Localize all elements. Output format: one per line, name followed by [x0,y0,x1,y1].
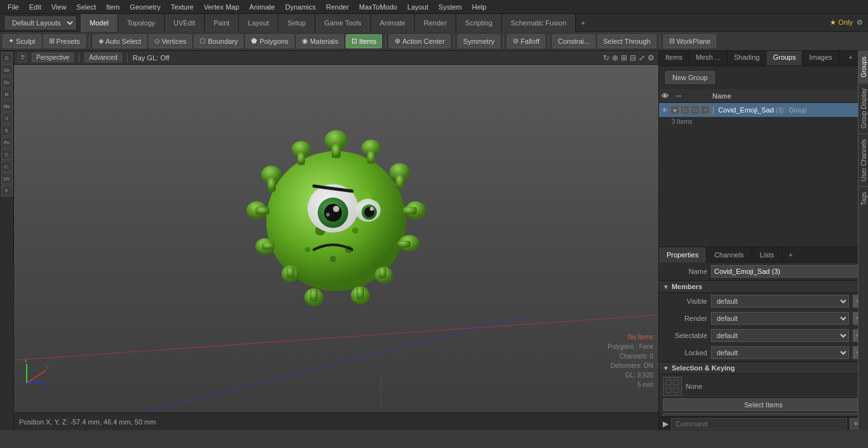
action-center-button[interactable]: ⊕ Action Center [389,34,451,48]
sidebar-tool-9[interactable]: C [1,149,13,160]
menu-texture[interactable]: Texture [166,2,199,12]
menu-edit[interactable]: Edit [24,2,46,12]
viewport-3d[interactable]: No Items Polygons : Face Channels: 0 Def… [14,65,658,412]
svg-point-3 [266,151,406,290]
vp-rotate-icon[interactable]: ↻ [603,53,609,62]
constraints-button[interactable]: Constrai... [552,34,595,48]
vp-fit-icon[interactable]: ⊟ [630,53,636,62]
layout-tab-scripting[interactable]: Scripting [456,14,502,32]
side-tab-groups[interactable]: Groups [858,51,868,83]
menu-file[interactable]: File [3,2,24,12]
sidebar-tool-10[interactable]: C. [1,161,13,172]
layout-tab-layout[interactable]: Layout [239,14,278,32]
sidebar-tool-1[interactable]: D [1,52,13,64]
menu-maxtomodo[interactable]: MaxToModo [354,2,402,12]
visible-select[interactable]: default [711,295,849,308]
panel-tab-images[interactable]: Images [803,51,839,65]
vp-expand-icon[interactable]: ⤢ [639,53,645,62]
panel-tab-groups[interactable]: Groups [766,51,803,65]
layout-tab-game-tools[interactable]: Game Tools [315,14,371,32]
sidebar-tool-12[interactable]: F [1,185,13,196]
menu-item[interactable]: Item [101,2,125,12]
menu-system[interactable]: System [433,2,467,12]
falloff-button[interactable]: ⊘ Falloff [507,34,545,48]
layout-tab-add[interactable]: + [576,17,590,29]
menu-help[interactable]: Help [467,2,492,12]
menu-render[interactable]: Render [321,2,354,12]
cmd-arrow[interactable]: ▶ [663,419,668,428]
work-plane-button[interactable]: ⊟ WorkPlane [663,34,717,48]
layout-tab-paint[interactable]: Paint [205,14,239,32]
menu-layout[interactable]: Layout [402,2,433,12]
name-input[interactable] [711,265,864,278]
perspective-btn[interactable]: Perspective [32,53,74,62]
scale-info: 5 mm [607,380,653,390]
vis-btn-2[interactable]: □ [681,105,689,114]
layout-tab-uvedit[interactable]: UVEdit [165,14,205,32]
presets-button[interactable]: ⊞ Presets [43,34,86,48]
layout-tab-topology[interactable]: Topology [118,14,165,32]
vp-icons: ↻ ⊕ ⊞ ⊟ ⤢ ⚙ [603,53,654,62]
render-select[interactable]: default [711,312,849,325]
layout-tab-animate[interactable]: Animate [371,14,415,32]
viewport-menu-btn[interactable]: ☰ [18,53,27,62]
auto-select-button[interactable]: ◈ Auto Select [93,34,147,48]
gear-icon[interactable]: ⚙ [857,18,863,27]
layout-tab-model[interactable]: Model [81,14,118,32]
vis-btn-4[interactable]: + [701,105,710,114]
sel-keying-section[interactable]: ▼ Selection & Keying [659,362,868,374]
menu-geometry[interactable]: Geometry [125,2,165,12]
side-tab-user-channels[interactable]: User Channels [858,133,868,186]
vp-pan-icon[interactable]: ⊕ [612,53,618,62]
select-through-button[interactable]: Select Through [597,34,656,48]
props-tab-properties[interactable]: Properties [659,247,707,262]
props-tab-lists[interactable]: Lists [752,247,783,262]
menu-animate[interactable]: Animate [244,2,280,12]
layout-tab-setup[interactable]: Setup [278,14,315,32]
sidebar-tool-6[interactable]: V [1,112,13,124]
layout-tab-schematic[interactable]: Schematic Fusion [502,14,576,32]
new-group-button[interactable]: New Group [665,71,715,84]
group-row[interactable]: 👁 ◈ □ □ + [ Covid_Emoji_Sad (3) : Group [659,103,868,117]
style-btn[interactable]: Advanced [85,53,121,62]
vis-btn-3[interactable]: □ [691,105,700,114]
command-input[interactable] [671,418,847,430]
panel-tab-mesh[interactable]: Mesh ... [689,51,728,65]
menu-dynamics[interactable]: Dynamics [280,2,321,12]
symmetry-button[interactable]: Symmetry [458,34,501,48]
sidebar-tool-2[interactable]: De [1,64,13,76]
members-section[interactable]: ▼ Members [659,280,868,293]
panel-tab-items[interactable]: Items [659,51,689,65]
menu-vertex-map[interactable]: Vertex Map [199,2,245,12]
menu-select[interactable]: Select [71,2,101,12]
items-button[interactable]: ⊡ Items [346,34,382,48]
panel-tab-add[interactable]: + [844,51,858,65]
selectable-select[interactable]: default [711,329,849,342]
locked-select[interactable]: default [711,346,849,359]
vis-btn-1[interactable]: ◈ [670,105,679,114]
side-tab-group-display[interactable]: Group Display [858,83,868,133]
sidebar-tool-7[interactable]: E [1,125,13,136]
props-tab-channels[interactable]: Channels [707,247,752,262]
panel-tab-shading[interactable]: Shading [728,51,766,65]
menu-view[interactable]: View [46,2,72,12]
vp-zoom-icon[interactable]: ⊞ [621,53,627,62]
render-row: Render default ▼ [659,310,868,327]
sculpt-button[interactable]: ✦ Sculpt [3,34,41,48]
vp-settings-icon[interactable]: ⚙ [648,53,654,62]
side-tab-tags[interactable]: Tags [858,186,868,210]
vertices-button[interactable]: ◇ Vertices [149,34,192,48]
materials-button[interactable]: ◉ Materials [296,34,344,48]
layout-selector[interactable]: Default Layouts [5,17,76,29]
sidebar-tool-11[interactable]: UV [1,173,13,184]
boundary-button[interactable]: ⬡ Boundary [194,34,243,48]
select-items-button[interactable]: Select Items [663,398,864,411]
layout-tab-render[interactable]: Render [415,14,456,32]
sidebar-tool-4[interactable]: M [1,88,13,100]
eye-toggle[interactable]: 👁 [661,107,668,114]
sidebar-tool-5[interactable]: Me [1,100,13,112]
sidebar-tool-3[interactable]: Du [1,76,13,88]
polygons-button[interactable]: ⬟ Polygons [245,34,294,48]
props-tab-add[interactable]: + [785,248,796,261]
sidebar-tool-8[interactable]: Po [1,137,13,148]
